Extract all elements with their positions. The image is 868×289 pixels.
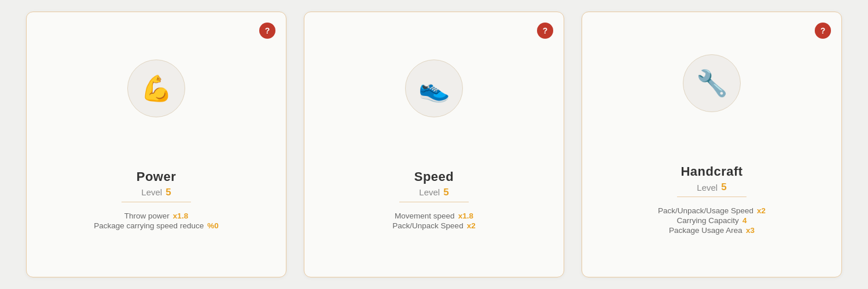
stat-row-power-1: Package carrying speed reduce%0 [94,221,218,230]
title-handcraft: Handcraft [681,164,742,179]
stat-value-handcraft-2: x3 [746,226,755,235]
level-label-handcraft: Level [697,183,718,192]
stat-value-handcraft-0: x2 [757,206,766,215]
stat-label-handcraft-0: Pack/Unpack/Usage Speed [658,206,753,215]
help-button-speed[interactable]: ? [537,23,553,39]
level-value-speed: 5 [443,187,448,198]
stat-label-speed-1: Pack/Unpack Speed [392,221,463,230]
level-row-power: Level5 [122,187,191,202]
stat-label-power-0: Throw power [124,212,170,220]
stat-label-speed-0: Movement speed [395,212,455,220]
icon-handcraft: 🔧 [683,54,741,112]
card-power: ?💪PowerLevel5Throw powerx1.8Package carr… [26,12,286,277]
level-row-speed: Level5 [399,187,469,202]
stat-value-power-0: x1.8 [173,212,188,220]
level-value-handcraft: 5 [721,181,726,193]
level-label-power: Level [141,187,162,197]
content-speed: SpeedLevel5Movement speedx1.8Pack/Unpack… [392,169,475,230]
card-speed: ?👟SpeedLevel5Movement speedx1.8Pack/Unpa… [304,12,564,277]
icon-power: 💪 [127,60,185,117]
stat-value-speed-1: x2 [467,221,476,230]
stat-value-speed-0: x1.8 [458,212,473,220]
stat-row-handcraft-1: Carrying Capacity4 [677,216,747,225]
content-handcraft: HandcraftLevel5Pack/Unpack/Usage Speedx2… [658,164,766,235]
cards-container: ?💪PowerLevel5Throw powerx1.8Package carr… [0,0,868,289]
stats-speed: Movement speedx1.8Pack/Unpack Speedx2 [392,212,475,230]
help-button-power[interactable]: ? [259,23,275,39]
stat-value-power-1: %0 [207,221,219,230]
stat-label-handcraft-1: Carrying Capacity [677,216,739,225]
title-power: Power [137,169,176,184]
title-speed: Speed [414,169,454,184]
stat-row-handcraft-0: Pack/Unpack/Usage Speedx2 [658,206,766,215]
stat-row-power-0: Throw powerx1.8 [124,212,188,220]
level-value-power: 5 [165,187,171,198]
stat-value-handcraft-1: 4 [742,216,747,225]
stat-row-speed-1: Pack/Unpack Speedx2 [392,221,475,230]
content-power: PowerLevel5Throw powerx1.8Package carryi… [94,169,218,230]
level-row-handcraft: Level5 [677,181,746,197]
stats-handcraft: Pack/Unpack/Usage Speedx2Carrying Capaci… [658,206,766,235]
icon-speed: 👟 [405,60,463,117]
stat-row-handcraft-2: Package Usage Areax3 [669,226,755,235]
stat-label-handcraft-2: Package Usage Area [669,226,742,235]
level-label-speed: Level [419,187,440,197]
card-handcraft: ?🔧HandcraftLevel5Pack/Unpack/Usage Speed… [582,12,842,277]
help-button-handcraft[interactable]: ? [815,23,831,39]
stat-row-speed-0: Movement speedx1.8 [395,212,473,220]
stat-label-power-1: Package carrying speed reduce [94,221,204,230]
stats-power: Throw powerx1.8Package carrying speed re… [94,212,218,230]
